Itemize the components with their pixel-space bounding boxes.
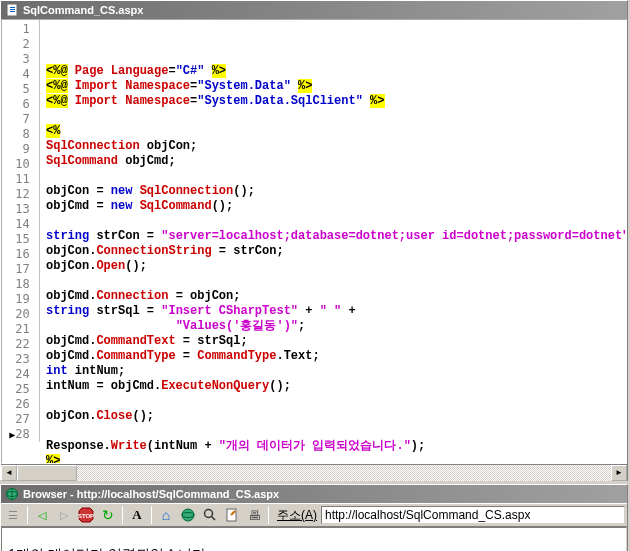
line-number: 6 [2, 97, 37, 112]
svg-rect-3 [10, 11, 15, 12]
code-area[interactable]: <%@ Page Language="C#" %><%@ Import Name… [44, 62, 626, 464]
svg-line-12 [212, 517, 216, 521]
code-line[interactable] [46, 214, 626, 229]
editor-titlebar: SqlCommand_CS.aspx [1, 1, 627, 19]
line-number: 17 [2, 262, 37, 277]
svg-text:STOP: STOP [78, 513, 94, 519]
code-line[interactable]: intNum = objCmd.ExecuteNonQuery(); [46, 379, 626, 394]
browser-toolbar: ☰ ◁ ▷ STOP ↻ A ⌂ 🖶 주소(A) [1, 503, 627, 527]
code-line[interactable]: string strSql = "Insert CSharpTest" + " … [46, 304, 626, 319]
line-gutter: 1 2 3 4 5 6 7 8 9 10 11 12 13 14 15 16 1… [2, 20, 40, 442]
address-label: 주소(A) [277, 507, 317, 524]
line-number: 24 [2, 367, 37, 382]
stop-button[interactable]: STOP [76, 505, 96, 525]
code-line[interactable]: objCon.ConnectionString = strCon; [46, 244, 626, 259]
line-number: 4 [2, 67, 37, 82]
code-line[interactable]: objCon = new SqlConnection(); [46, 184, 626, 199]
line-number: 1 [2, 22, 37, 37]
line-number: 27 [2, 412, 37, 427]
line-number: 14 [2, 217, 37, 232]
code-line[interactable]: <%@ Page Language="C#" %> [46, 64, 626, 79]
globe-button[interactable] [178, 505, 198, 525]
back-button[interactable]: ◁ [32, 505, 52, 525]
code-line[interactable]: objCon.Open(); [46, 259, 626, 274]
code-line[interactable]: %> [46, 454, 626, 464]
code-line[interactable]: Response.Write(intNum + "개의 데이터가 입력되었습니다… [46, 439, 626, 454]
scroll-track[interactable] [77, 465, 611, 481]
svg-point-9 [182, 509, 194, 521]
code-line[interactable]: <%@ Import Namespace="System.Data.SqlCli… [46, 94, 626, 109]
forward-button[interactable]: ▷ [54, 505, 74, 525]
scroll-left-button[interactable]: ◄ [1, 465, 17, 481]
line-number: 19 [2, 292, 37, 307]
line-number: ▶28 [2, 427, 37, 442]
code-line[interactable] [46, 169, 626, 184]
line-number: 12 [2, 187, 37, 202]
line-number: 9 [2, 142, 37, 157]
line-number: 2 [2, 37, 37, 52]
code-line[interactable]: <%@ Import Namespace="System.Data" %> [46, 79, 626, 94]
editor-title: SqlCommand_CS.aspx [23, 4, 143, 16]
code-line[interactable] [46, 274, 626, 289]
line-number: 23 [2, 352, 37, 367]
code-line[interactable]: SqlConnection objCon; [46, 139, 626, 154]
code-line[interactable]: objCmd.CommandText = strSql; [46, 334, 626, 349]
line-number: 21 [2, 322, 37, 337]
line-number: 22 [2, 337, 37, 352]
search-button[interactable] [200, 505, 220, 525]
refresh-button[interactable]: ↻ [98, 505, 118, 525]
home-button[interactable]: ⌂ [156, 505, 176, 525]
line-number: 7 [2, 112, 37, 127]
code-line[interactable] [46, 424, 626, 439]
scroll-right-button[interactable]: ► [611, 465, 627, 481]
file-icon [5, 3, 19, 17]
code-line[interactable]: int intNum; [46, 364, 626, 379]
line-number: 15 [2, 232, 37, 247]
code-line[interactable]: objCmd.Connection = objCon; [46, 289, 626, 304]
line-number: 16 [2, 247, 37, 262]
line-number: 5 [2, 82, 37, 97]
line-number: 26 [2, 397, 37, 412]
font-button[interactable]: A [127, 505, 147, 525]
browser-title: Browser - http://localhost/SqlCommand_CS… [23, 488, 279, 500]
line-number: 13 [2, 202, 37, 217]
svg-rect-2 [10, 9, 15, 10]
line-number: 10 [2, 157, 37, 172]
line-number: 8 [2, 127, 37, 142]
print-button[interactable]: 🖶 [244, 505, 264, 525]
edit-button[interactable] [222, 505, 242, 525]
line-number: 11 [2, 172, 37, 187]
code-line[interactable]: string strCon = "server=localhost;databa… [46, 229, 626, 244]
code-line[interactable] [46, 394, 626, 409]
code-line[interactable]: objCmd = new SqlCommand(); [46, 199, 626, 214]
line-number: 25 [2, 382, 37, 397]
editor-window: SqlCommand_CS.aspx 1 2 3 4 5 6 7 8 9 10 … [0, 0, 628, 481]
code-line[interactable]: objCon.Close(); [46, 409, 626, 424]
line-number: 20 [2, 307, 37, 322]
scroll-thumb[interactable] [17, 465, 77, 481]
svg-point-11 [205, 510, 213, 518]
code-editor[interactable]: 1 2 3 4 5 6 7 8 9 10 11 12 13 14 15 16 1… [1, 19, 627, 464]
line-number: 3 [2, 52, 37, 67]
code-line[interactable]: SqlCommand objCmd; [46, 154, 626, 169]
output-text: 1개의 데이터가 입력되었습니다. [8, 546, 209, 551]
line-number: 18 [2, 277, 37, 292]
svg-rect-1 [10, 7, 15, 8]
code-line[interactable] [46, 109, 626, 124]
browser-titlebar: Browser - http://localhost/SqlCommand_CS… [1, 485, 627, 503]
address-input[interactable] [321, 506, 625, 524]
browser-icon [5, 487, 19, 501]
code-line[interactable]: objCmd.CommandType = CommandType.Text; [46, 349, 626, 364]
horizontal-scrollbar[interactable]: ◄ ► [1, 464, 627, 480]
browser-content: 1개의 데이터가 입력되었습니다. [1, 527, 627, 551]
code-line[interactable]: "Values('홍길동')"; [46, 319, 626, 334]
browser-window: Browser - http://localhost/SqlCommand_CS… [0, 484, 628, 551]
code-line[interactable]: <% [46, 124, 626, 139]
menu-icon[interactable]: ☰ [3, 505, 23, 525]
